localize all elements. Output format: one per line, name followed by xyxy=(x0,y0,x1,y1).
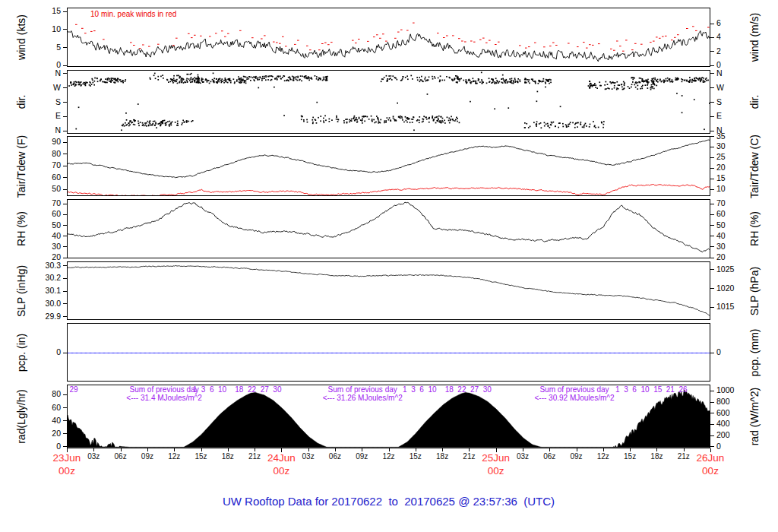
tair xyxy=(68,140,710,178)
direction-dot xyxy=(550,79,552,81)
direction-dot xyxy=(258,87,259,89)
direction-dot xyxy=(297,77,299,78)
direction-dot xyxy=(305,76,306,78)
direction-dot xyxy=(248,76,250,78)
direction-dot xyxy=(568,125,570,127)
direction-dot xyxy=(362,122,363,124)
direction-dot xyxy=(698,79,700,81)
direction-dot xyxy=(433,120,435,122)
direction-dot xyxy=(128,125,130,127)
direction-dot xyxy=(115,78,116,80)
direction-dot xyxy=(403,122,405,123)
direction-dot xyxy=(663,82,665,84)
wind-peak-dash xyxy=(631,49,634,50)
direction-dot xyxy=(419,122,420,123)
direction-dot xyxy=(293,78,295,80)
direction-dot xyxy=(419,119,420,121)
direction-dot xyxy=(632,77,634,78)
direction-dot xyxy=(455,119,457,121)
direction-dot xyxy=(264,76,265,78)
x-major-label-hour: 00z xyxy=(40,465,93,477)
direction-dot xyxy=(107,79,109,81)
rad-right-tick xyxy=(710,435,714,436)
direction-dot xyxy=(632,81,634,83)
direction-dot xyxy=(482,81,483,82)
direction-dot xyxy=(315,119,316,120)
direction-dot xyxy=(399,117,400,119)
slp-left-tick xyxy=(63,291,67,292)
wind-peak-dash xyxy=(297,40,299,41)
direction-dot xyxy=(413,116,414,118)
direction-dot xyxy=(160,76,162,78)
direction-dot xyxy=(295,78,296,79)
direction-dot xyxy=(170,122,172,124)
direction-dot xyxy=(283,75,284,77)
direction-dot xyxy=(535,83,536,84)
direction-dot xyxy=(433,119,435,120)
rh-left-tick-label: 70 xyxy=(26,198,61,208)
direction-dot xyxy=(582,126,584,128)
direction-dot xyxy=(236,81,238,82)
direction-dot xyxy=(293,76,295,78)
direction-dot xyxy=(189,80,191,81)
direction-dot xyxy=(422,119,423,120)
wind-peak-dash xyxy=(461,41,463,42)
temp-left-tick-label: 50 xyxy=(26,184,61,194)
wind-right-tick-label: 4 xyxy=(716,32,751,42)
direction-dot xyxy=(82,84,84,85)
direction-dot xyxy=(442,118,444,119)
direction-dot xyxy=(459,81,460,82)
direction-dot xyxy=(250,77,251,78)
direction-dot xyxy=(703,80,704,81)
direction-dot xyxy=(368,119,370,120)
direction-dot xyxy=(362,119,363,120)
direction-dot xyxy=(154,121,156,122)
direction-dot xyxy=(602,127,604,128)
direction-dot xyxy=(385,120,387,122)
direction-dot xyxy=(142,125,144,126)
wind-peak-dash xyxy=(498,42,500,43)
direction-dot xyxy=(618,84,619,86)
direction-dot xyxy=(382,78,384,80)
direction-dot xyxy=(392,75,394,77)
direction-dot xyxy=(614,87,615,89)
direction-dot xyxy=(675,78,677,79)
rh-right-tick xyxy=(710,236,714,236)
direction-dot xyxy=(429,122,430,123)
wind-peak-dash xyxy=(577,46,579,47)
direction-dot xyxy=(656,85,657,87)
temp-left-tick xyxy=(63,189,67,190)
direction-dot xyxy=(439,81,441,83)
direction-dot xyxy=(193,78,194,80)
direction-dot xyxy=(186,80,188,81)
direction-dot xyxy=(606,81,607,83)
direction-dot xyxy=(197,81,198,82)
rad-right-tick-label: 0 xyxy=(716,442,751,451)
direction-dot xyxy=(513,81,514,83)
direction-dot xyxy=(451,116,452,118)
direction-dot xyxy=(248,78,249,80)
temp-left-tick-label: 70 xyxy=(26,160,61,170)
wind-peak-dash xyxy=(534,43,536,43)
direction-dot xyxy=(607,84,609,85)
direction-dot xyxy=(93,82,94,84)
direction-dot xyxy=(701,79,702,81)
direction-dot xyxy=(91,84,93,85)
direction-dot xyxy=(176,75,178,77)
direction-dot xyxy=(514,78,516,79)
direction-dot xyxy=(517,78,519,80)
dir-right-tick xyxy=(710,87,714,88)
direction-dot xyxy=(186,122,188,123)
direction-dot xyxy=(345,119,346,120)
direction-dot xyxy=(574,127,576,128)
direction-dot xyxy=(91,78,93,80)
direction-dot xyxy=(190,74,191,75)
direction-dot xyxy=(153,74,155,76)
direction-dot xyxy=(594,83,596,84)
direction-dot xyxy=(540,81,542,82)
wind-peak-dash xyxy=(686,28,688,29)
direction-dot xyxy=(252,77,254,78)
wind-note: 10 min. peak winds in red xyxy=(90,10,176,18)
direction-dot xyxy=(353,118,355,119)
direction-dot xyxy=(71,84,72,86)
